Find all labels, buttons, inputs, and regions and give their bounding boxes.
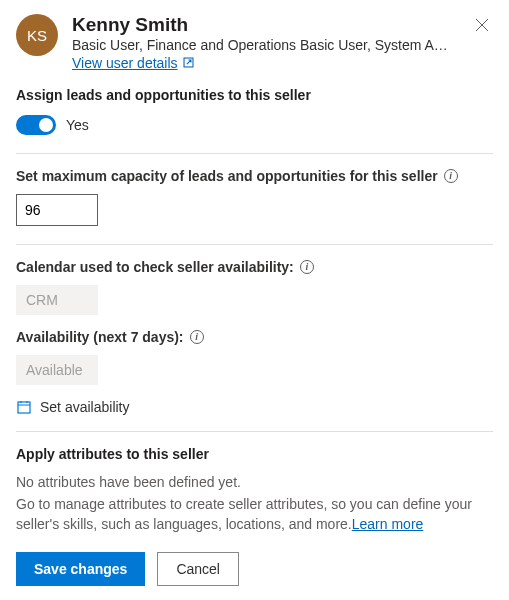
info-icon[interactable]: i — [444, 169, 458, 183]
availability-value: Available — [16, 355, 98, 385]
user-roles: Basic User, Finance and Operations Basic… — [72, 37, 452, 53]
close-button[interactable] — [471, 14, 493, 39]
view-user-details-label: View user details — [72, 55, 178, 71]
divider — [16, 244, 493, 245]
info-icon[interactable]: i — [190, 330, 204, 344]
assign-heading: Assign leads and opportunities to this s… — [16, 87, 493, 103]
close-icon — [475, 18, 489, 32]
set-availability-label: Set availability — [40, 399, 130, 415]
info-icon[interactable]: i — [300, 260, 314, 274]
footer: Save changes Cancel — [16, 552, 493, 586]
divider — [16, 431, 493, 432]
calendar-value: CRM — [16, 285, 98, 315]
cancel-button[interactable]: Cancel — [157, 552, 239, 586]
attributes-empty-message: No attributes have been defined yet. — [16, 474, 493, 490]
divider — [16, 153, 493, 154]
assign-toggle[interactable] — [16, 115, 56, 135]
avatar: KS — [16, 14, 58, 56]
learn-more-link[interactable]: Learn more — [352, 516, 424, 532]
save-button[interactable]: Save changes — [16, 552, 145, 586]
capacity-heading: Set maximum capacity of leads and opport… — [16, 168, 438, 184]
svg-rect-1 — [18, 402, 30, 413]
availability-heading: Availability (next 7 days): — [16, 329, 184, 345]
user-name: Kenny Smith — [72, 14, 471, 37]
assign-toggle-value: Yes — [66, 117, 89, 133]
view-user-details-link[interactable]: View user details — [72, 55, 195, 71]
attributes-heading: Apply attributes to this seller — [16, 446, 493, 462]
panel-header: KS Kenny Smith Basic User, Finance and O… — [16, 14, 493, 71]
attributes-description: Go to manage attributes to create seller… — [16, 494, 493, 535]
popout-icon — [182, 56, 195, 69]
calendar-icon — [16, 399, 32, 415]
capacity-input[interactable] — [16, 194, 98, 226]
calendar-heading: Calendar used to check seller availabili… — [16, 259, 294, 275]
set-availability-link[interactable]: Set availability — [16, 399, 130, 415]
